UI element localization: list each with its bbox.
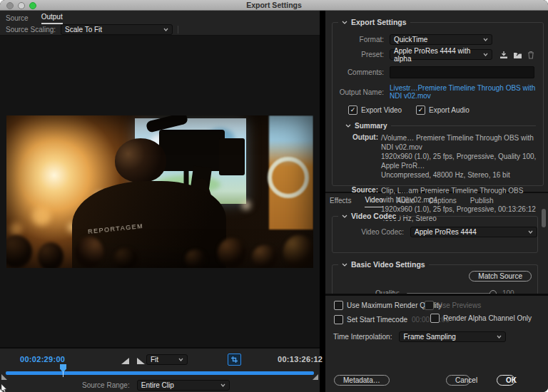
- set-start-timecode-label: Set Start Timecode: [347, 316, 407, 324]
- source-range-label: Source Range:: [82, 381, 130, 389]
- collapse-chevron-icon: [342, 263, 347, 267]
- format-label: Format:: [333, 36, 384, 43]
- mouse-cursor-icon: [1, 384, 7, 392]
- divider: [178, 26, 178, 33]
- current-timecode[interactable]: 00:02:29:00: [20, 355, 65, 363]
- playhead-stem: [63, 371, 64, 377]
- cancel-button[interactable]: Cancel: [446, 375, 470, 386]
- video-tab-content: Video Codec Video Codec: Apple ProRes 44…: [325, 207, 548, 294]
- crop-icon: [231, 356, 238, 363]
- preview-image[interactable]: REPORTAGEM: [6, 115, 313, 268]
- output-name-link[interactable]: Livestr…Premiere Timeline Through OBS wi…: [390, 84, 543, 100]
- minimize-window-icon[interactable]: [18, 2, 25, 9]
- duration-timecode: 00:13:26:12: [278, 355, 323, 363]
- time-interpolation-label: Time Interpolation:: [333, 333, 392, 341]
- chevron-down-icon: [220, 383, 225, 387]
- export-settings-header[interactable]: Export Settings: [338, 18, 410, 26]
- set-start-timecode-checkbox[interactable]: [334, 315, 343, 324]
- close-window-icon[interactable]: [6, 2, 14, 9]
- crop-output-button[interactable]: [228, 354, 241, 366]
- delete-preset-icon[interactable]: [527, 51, 534, 59]
- window-title: Export Settings: [246, 1, 302, 9]
- vignette: [6, 115, 313, 268]
- chevron-down-icon: [483, 38, 488, 41]
- output-name-label: Output Name:: [333, 88, 384, 96]
- summary-output-line: Uncompressed, 48000 Hz, Stereo, 16 bit: [381, 170, 537, 180]
- use-previews-checkbox: [425, 301, 434, 310]
- chevron-down-icon: [483, 53, 488, 56]
- export-settings-section: Export Settings Format: QuickTime Preset…: [325, 11, 548, 192]
- panel-divider[interactable]: [320, 11, 325, 392]
- preset-label: Preset:: [333, 51, 384, 58]
- comments-input[interactable]: [390, 66, 534, 78]
- video-codec-header[interactable]: Video Codec: [338, 212, 400, 220]
- time-interpolation-select[interactable]: Frame Sampling: [399, 331, 506, 342]
- export-video-checkbox[interactable]: [348, 105, 357, 115]
- use-previews-label: Use Previews: [437, 301, 481, 309]
- chevron-down-icon: [528, 230, 533, 234]
- range-start-handle[interactable]: [1, 374, 7, 380]
- quality-label: Quality:: [333, 289, 400, 294]
- export-settings-window: Export Settings Source Output Source Sca…: [0, 0, 548, 392]
- use-max-render-quality-checkbox[interactable]: [334, 301, 343, 310]
- output-name-row: Output Name: Livestr…Premiere Timeline T…: [333, 84, 543, 100]
- render-options-section: Use Maximum Render Quality Use Previews …: [325, 296, 548, 351]
- format-row: Format: QuickTime: [333, 34, 543, 45]
- render-alpha-checkbox[interactable]: [430, 314, 440, 323]
- source-range-select[interactable]: Entire Clip: [137, 380, 230, 391]
- metadata-button[interactable]: Metadata…: [334, 375, 390, 386]
- zoom-level-select[interactable]: Fit: [146, 354, 188, 365]
- preset-select[interactable]: Apple ProRes 4444 with alpha: [390, 49, 492, 60]
- set-in-point-icon[interactable]: [121, 358, 129, 364]
- tab-output[interactable]: Output: [41, 13, 63, 24]
- summary-header[interactable]: Summary: [345, 122, 536, 130]
- window-controls: [6, 2, 36, 9]
- save-preset-icon[interactable]: [499, 51, 508, 59]
- tab-source[interactable]: Source: [6, 14, 29, 24]
- quality-slider-track[interactable]: [407, 293, 491, 294]
- chevron-down-icon: [178, 358, 183, 361]
- comments-label: Comments:: [333, 68, 384, 76]
- export-toggles-row: Export Video Export Audio: [348, 105, 543, 115]
- summary-output-line: /Volume… Premiere Timeline Through OBS w…: [381, 133, 537, 152]
- video-codec-select[interactable]: Apple ProRes 4444: [410, 227, 537, 237]
- summary-output: Output: /Volume… Premiere Timeline Throu…: [333, 133, 537, 180]
- preview-pane: Source Output Source Scaling: Scale To F…: [0, 11, 320, 392]
- quality-slider-knob[interactable]: [489, 290, 497, 294]
- match-source-button[interactable]: Match Source: [469, 271, 532, 282]
- set-out-point-icon[interactable]: [137, 358, 145, 364]
- zoom-window-icon[interactable]: [29, 2, 36, 9]
- scrub-track[interactable]: [6, 371, 314, 375]
- dialog-footer: Metadata… Cancel OK: [325, 351, 548, 392]
- comments-row: Comments:: [333, 66, 543, 78]
- format-select[interactable]: QuickTime: [390, 34, 492, 45]
- basic-video-settings-header[interactable]: Basic Video Settings: [338, 260, 429, 269]
- collapse-chevron-icon: [342, 215, 347, 218]
- chevron-down-icon: [497, 335, 502, 339]
- source-scaling-select[interactable]: Scale To Fit: [61, 24, 173, 35]
- quality-row: Quality: 100: [333, 289, 537, 294]
- render-alpha-label: Render Alpha Channel Only: [443, 314, 532, 322]
- export-video-label: Export Video: [361, 106, 402, 114]
- video-codec-row: Video Codec: Apple ProRes 4444: [333, 227, 537, 237]
- video-codec-label: Video Codec:: [333, 228, 404, 236]
- ok-button[interactable]: OK: [497, 375, 515, 386]
- import-preset-icon[interactable]: [513, 51, 522, 59]
- summary-source-line: Clip, L…am Premiere Timeline Through OBS…: [381, 186, 537, 205]
- summary-output-line: 1920x960 (1.0), 25 fps, Progressive, Qua…: [381, 152, 537, 170]
- video-preview-area: REPORTAGEM: [0, 36, 320, 347]
- title-bar[interactable]: Export Settings: [0, 0, 548, 11]
- transport-bar: 00:02:29:00 Fit 00:13:26:12 Source Range…: [0, 349, 320, 392]
- source-scaling-label: Source Scaling:: [6, 26, 56, 33]
- export-audio-checkbox[interactable]: [416, 105, 425, 115]
- export-audio-label: Export Audio: [429, 106, 470, 114]
- chevron-down-icon: [163, 28, 168, 31]
- collapse-chevron-icon: [345, 124, 351, 128]
- quality-value: 100: [502, 289, 514, 294]
- range-end-handle[interactable]: [313, 374, 318, 380]
- collapse-chevron-icon: [342, 21, 347, 24]
- scrollbar-thumb[interactable]: [542, 209, 546, 227]
- preview-tabbar: Source Output: [0, 11, 320, 24]
- source-range-row: Source Range: Entire Clip: [82, 380, 230, 391]
- source-scaling-row: Source Scaling: Scale To Fit: [0, 24, 320, 36]
